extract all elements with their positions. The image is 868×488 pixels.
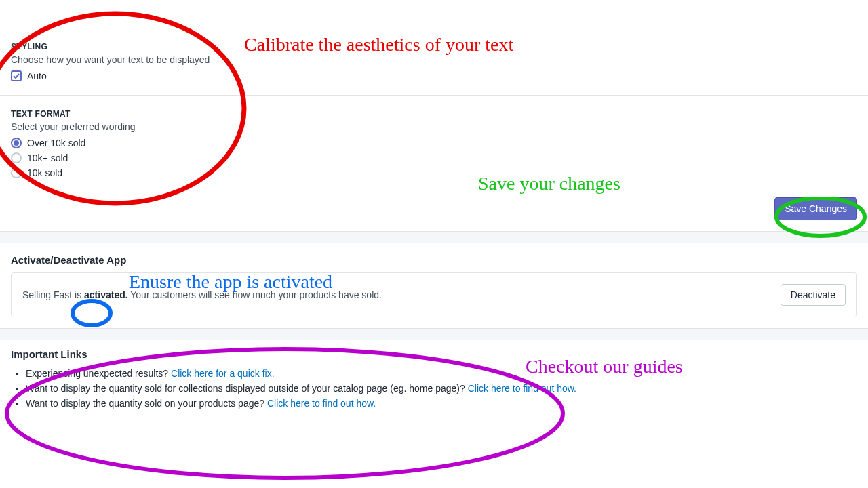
radio-label: 10k+ sold: [27, 152, 68, 163]
radio-over10k[interactable]: [11, 138, 22, 148]
textformat-heading: TEXT FORMAT: [11, 109, 857, 119]
status-suffix: Your customers will see how much your pr…: [128, 289, 382, 300]
check-icon: [12, 72, 20, 80]
textformat-section: TEXT FORMAT Select your preferred wordin…: [0, 101, 868, 186]
grey-band: [0, 231, 868, 243]
important-links-section: Important Links Experiencing unexpected …: [0, 340, 868, 440]
link-text: Want to display the quantity sold on you…: [26, 398, 267, 409]
list-item: Experiencing unexpected results? Click h…: [26, 368, 857, 379]
styling-sub: Choose how you want your text to be disp…: [11, 54, 857, 65]
radio-option-2[interactable]: 10k sold: [11, 167, 857, 178]
styling-heading: STYLING: [11, 42, 857, 52]
radio-option-1[interactable]: 10k+ sold: [11, 152, 857, 163]
status-word: activated.: [84, 289, 128, 300]
grey-band: [0, 328, 868, 340]
save-row: Save Changes: [0, 186, 868, 231]
activate-status-text: Selling Fast is activated. Your customer…: [22, 289, 382, 300]
status-prefix: Selling Fast is: [22, 289, 84, 300]
activate-heading: Activate/Deactivate App: [0, 243, 868, 272]
save-changes-button[interactable]: Save Changes: [774, 197, 857, 220]
link-text: Experiencing unexpected results?: [26, 368, 171, 379]
radio-label: Over 10k sold: [27, 138, 85, 148]
links-heading: Important Links: [11, 348, 857, 360]
textformat-sub: Select your preferred wording: [11, 121, 857, 132]
radio-10kplus[interactable]: [11, 152, 22, 163]
styling-auto-row[interactable]: Auto: [11, 70, 857, 81]
styling-section: STYLING Choose how you want your text to…: [0, 34, 868, 89]
divider: [0, 95, 868, 96]
deactivate-button[interactable]: Deactivate: [781, 284, 846, 306]
list-item: Want to display the quantity sold for co…: [26, 383, 857, 394]
radio-label: 10k sold: [27, 167, 62, 178]
list-item: Want to display the quantity sold on you…: [26, 398, 857, 409]
link-text: Want to display the quantity sold for co…: [26, 383, 468, 394]
radio-10ksold[interactable]: [11, 167, 22, 178]
radio-option-0[interactable]: Over 10k sold: [11, 138, 857, 148]
quick-fix-link[interactable]: Click here for a quick fix.: [171, 368, 275, 379]
links-list: Experiencing unexpected results? Click h…: [11, 368, 857, 409]
auto-label: Auto: [27, 70, 47, 81]
products-how-link[interactable]: Click here to find out how.: [267, 398, 376, 409]
checkbox-auto[interactable]: [11, 70, 22, 81]
activate-card: Selling Fast is activated. Your customer…: [11, 272, 857, 317]
collections-how-link[interactable]: Click here to find out how.: [468, 383, 576, 394]
